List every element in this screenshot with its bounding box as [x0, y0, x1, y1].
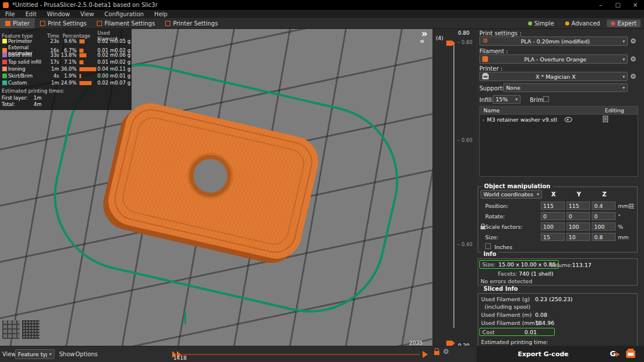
layer-tick: 0.40 [457, 242, 472, 247]
tab-print-settings[interactable]: Print Settings [35, 18, 92, 28]
cost-value: 0.01 [525, 329, 537, 335]
position-z-input[interactable] [592, 202, 616, 210]
menu-file[interactable]: File [0, 11, 20, 17]
bed-logo-square [22, 320, 39, 339]
used-filament-g-label: Used Filament (g) [481, 296, 530, 302]
minimize-button[interactable]: – [592, 0, 609, 10]
print-settings-gear-button[interactable]: ⚙ [630, 36, 636, 46]
filament-gear-button[interactable]: ⚙ [630, 54, 636, 64]
total-time: Total: 4m [2, 101, 130, 108]
scale-x-input[interactable] [541, 222, 565, 231]
object-manipulation-group: Object manipulation World coordinates ▾ … [478, 187, 638, 253]
feature-color-swatch [2, 39, 7, 43]
filament-combo[interactable]: PLA - Overture Orange ▾ [479, 54, 628, 64]
used-filament-m-label: Used Filament (m) [481, 312, 532, 318]
brim-checkbox[interactable] [543, 96, 549, 102]
export-gcode-button[interactable]: Export G-code [476, 350, 610, 358]
supports-combo[interactable]: None ▾ [503, 83, 628, 92]
cost-label: Cost [482, 329, 494, 335]
eye-icon[interactable] [565, 117, 572, 122]
position-row: Position: mm [478, 202, 637, 210]
options-button[interactable]: Options [75, 351, 98, 357]
estimated-times-title: Estimated printing times: [2, 88, 130, 95]
used-filament-mm3-label: Used Filament (mm³) [481, 320, 539, 326]
moves-slider-track[interactable] [177, 354, 420, 355]
legend-header: Feature type Time Percentage Used filame… [2, 30, 130, 38]
tab-plater[interactable]: Plater [0, 18, 35, 28]
legend-row[interactable]: Solid infill 33s 13.8% 0.02 m 0.06 g [2, 52, 130, 58]
print-settings-combo[interactable]: ⚙ PLA - 0.20mm (modified) ▾ [479, 36, 628, 46]
legend-row[interactable]: External perimeter 16s 6.7% 0.01 m 0.02 … [2, 45, 130, 52]
layer-slider-bottom-handle[interactable] [446, 341, 455, 346]
object-row[interactable]: › M3 retainer washer v9.stl [480, 115, 638, 124]
mode-advanced[interactable]: Advanced [561, 20, 604, 27]
menu-window[interactable]: Window [42, 11, 75, 17]
uniform-scale-lock-icon[interactable] [481, 226, 485, 229]
estimated-time-label: Estimated printing time: [481, 339, 548, 345]
moves-slider[interactable] [171, 346, 429, 362]
edit-icon[interactable] [603, 116, 608, 122]
inches-checkbox[interactable] [485, 243, 491, 249]
layer-slider-track[interactable] [453, 43, 454, 328]
expert-mode-dot-icon [611, 21, 615, 25]
printer-gear-button[interactable]: ⚙ [630, 72, 636, 81]
layer-slider[interactable]: 0.80 (4) 0.80 0.60 0.40 0.20 (1) [432, 29, 476, 346]
view-label: View [2, 351, 16, 357]
used-filament-g-value: 0.23 (250.23) [535, 296, 573, 302]
legend-row[interactable]: Custom 1m 24.9% 0.02 m 0.07 g [2, 79, 130, 86]
size-y-input[interactable] [566, 233, 590, 241]
size-x-input[interactable] [541, 233, 565, 241]
mode-switcher: Simple Advanced Expert [524, 20, 644, 27]
scale-z-input[interactable] [592, 222, 616, 231]
close-button[interactable]: × [627, 0, 644, 10]
feature-color-swatch [2, 48, 7, 53]
coordinates-grid-icon[interactable] [629, 203, 634, 209]
tab-label: Filament Settings [104, 20, 155, 27]
tab-printer-settings[interactable]: Printer Settings [160, 18, 223, 28]
collapse-sidebar-button[interactable]: » « [420, 30, 429, 45]
feature-color-swatch [2, 81, 7, 85]
maximize-button[interactable]: □ [609, 0, 627, 10]
rotate-x-input[interactable] [541, 212, 565, 220]
printer-settings-tab-icon [165, 21, 170, 26]
viewport-3d[interactable]: » « Feature type Time Percentage Used fi… [0, 29, 432, 346]
mode-simple[interactable]: Simple [524, 20, 558, 27]
menu-configuration[interactable]: Configuration [99, 11, 149, 17]
legend-row[interactable]: Top solid infill 17s 7.1% 0.01 m 0.02 g [2, 58, 130, 65]
print-settings-tab-icon [40, 21, 45, 26]
slider-gear-icon[interactable]: ⚙ [443, 348, 449, 356]
size-highlight: Size: 15.00 x 10.00 x 0.80 [479, 260, 559, 269]
view-mode-combo[interactable]: Feature type ▾ [15, 349, 54, 359]
filament-value: PLA - Overture Orange [490, 56, 620, 63]
show-label: Show [59, 351, 75, 357]
legend-row[interactable]: Perimeter 23s 9.6% 0.02 m 0.05 g [2, 38, 130, 45]
position-y-input[interactable] [566, 202, 590, 210]
rotate-z-input[interactable] [592, 212, 616, 220]
export-gcode-icon[interactable]: G [610, 349, 621, 359]
print-profile-icon: ⚙ [482, 38, 488, 44]
filament-label: Filament : [479, 48, 508, 54]
menu-edit[interactable]: Edit [20, 11, 42, 17]
legend-row[interactable]: Skirt/Brim 4s 1.9% 0.00 m 0.01 g [2, 72, 130, 79]
menu-view[interactable]: View [75, 11, 100, 17]
size-z-input[interactable] [592, 233, 616, 241]
coordinates-combo[interactable]: World coordinates ▾ [481, 190, 542, 199]
menu-help[interactable]: Help [149, 11, 173, 17]
position-x-input[interactable] [541, 202, 565, 210]
moves-slider-right-handle[interactable] [423, 351, 428, 358]
gcode-arrow-icon [616, 352, 620, 357]
tab-label: Plater [13, 20, 30, 27]
send-to-printer-icon[interactable] [626, 350, 635, 358]
chevron-down-icon: ▾ [49, 352, 52, 357]
mode-expert[interactable]: Expert [607, 20, 641, 27]
infill-combo[interactable]: 15% ▾ [493, 95, 521, 104]
tab-filament-settings[interactable]: Filament Settings [92, 18, 160, 28]
legend-row[interactable]: Ironing 1m 36.0% 0.04 m 0.11 g [2, 65, 130, 72]
titlebar: *Untitled - PrusaSlicer-2.5.0-beta1 base… [0, 0, 644, 10]
printer-combo[interactable]: X * Magician X ▾ [479, 72, 628, 81]
expand-icon[interactable]: › [480, 116, 487, 123]
one-layer-lock-icon[interactable] [434, 351, 439, 355]
scale-y-input[interactable] [566, 222, 590, 231]
collapse-left-icon: « [420, 38, 424, 45]
rotate-y-input[interactable] [566, 212, 590, 220]
